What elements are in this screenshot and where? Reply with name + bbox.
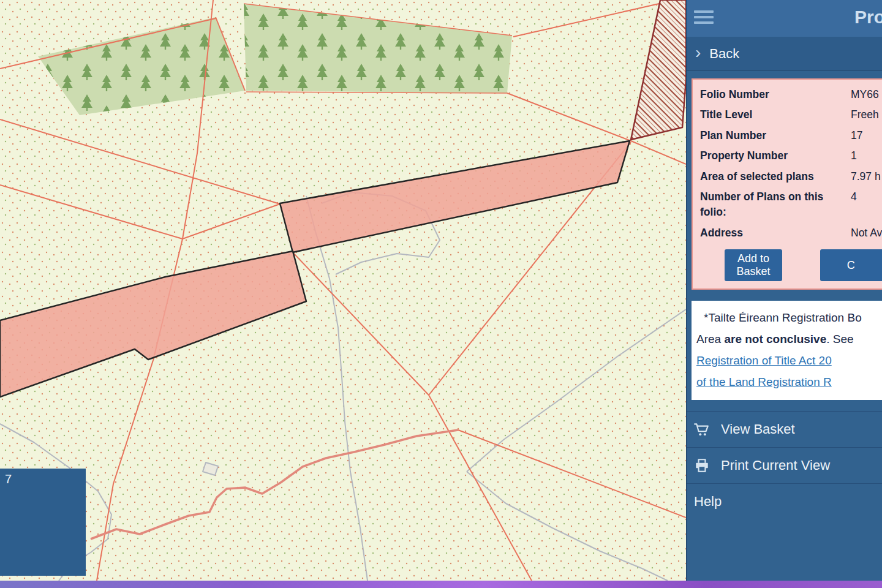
sidebar-panel: Pro › Back Folio Number MY66 Title Level… xyxy=(686,0,882,581)
folio-row-value: 1 xyxy=(851,148,857,164)
folio-row: Number of Plans on this folio: 4 xyxy=(700,189,882,221)
folio-row-label: Property Number xyxy=(700,148,846,164)
panel-title: Pro xyxy=(854,7,882,28)
menu-label: Help xyxy=(694,494,722,510)
folio-info-panel: Folio Number MY66 Title Level Freeh Plan… xyxy=(692,78,882,290)
chevron-right-icon: › xyxy=(695,44,701,61)
map-svg xyxy=(0,0,686,581)
folio-row-label: Number of Plans on this folio: xyxy=(700,189,846,221)
disclaimer-link-line-1: Registration of Title Act 20 xyxy=(696,350,882,371)
sidebar-header: Pro xyxy=(687,0,882,37)
menu-label: View Basket xyxy=(721,421,795,437)
secondary-action-button[interactable]: C xyxy=(820,249,882,281)
folio-row: Area of selected plans 7.97 h xyxy=(700,169,882,184)
disclaimer-line-2: Area are not conclusive. See xyxy=(696,328,882,350)
registration-act-link[interactable]: Registration of Title Act 20 xyxy=(696,354,832,367)
help-button[interactable]: Help xyxy=(687,483,882,519)
folio-row-label: Folio Number xyxy=(700,87,846,102)
land-registration-rules-link[interactable]: of the Land Registration R xyxy=(696,375,832,388)
folio-row: Property Number 1 xyxy=(700,148,882,164)
back-label: Back xyxy=(709,46,739,62)
folio-row: Folio Number MY66 xyxy=(700,87,882,102)
folio-row-label: Area of selected plans xyxy=(700,169,846,184)
view-basket-button[interactable]: View Basket xyxy=(687,411,882,447)
folio-row-value: 7.97 h xyxy=(851,169,881,184)
folio-row-value: Not Av xyxy=(851,225,882,241)
sidebar-menu: View Basket Print Current View Help xyxy=(687,411,882,519)
disclaimer-text: . See xyxy=(826,333,853,345)
folio-row-label: Title Level xyxy=(700,107,846,123)
folio-row-label: Plan Number xyxy=(700,128,846,143)
folio-row: Plan Number 17 xyxy=(700,128,882,143)
printer-icon xyxy=(694,458,710,473)
bottom-gradient-bar xyxy=(0,581,882,588)
add-to-basket-button[interactable]: Add to Basket xyxy=(725,249,782,281)
disclaimer-link-line-2: of the Land Registration R xyxy=(696,371,882,393)
disclaimer-text: Area xyxy=(696,333,724,345)
back-button[interactable]: › Back xyxy=(687,37,882,71)
map-info-overlay: 7 xyxy=(0,469,86,576)
folio-row-label: Address xyxy=(700,225,846,241)
menu-label: Print Current View xyxy=(721,458,830,473)
print-current-view-button[interactable]: Print Current View xyxy=(687,447,882,483)
map-canvas[interactable]: 7 xyxy=(0,0,686,581)
map-overlay-text: 7 xyxy=(5,472,12,486)
folio-row-value: 4 xyxy=(851,189,857,205)
disclaimer-box: *Tailte Éireann Registration Bo Area are… xyxy=(692,301,882,400)
folio-row: Address Not Av xyxy=(700,225,882,241)
folio-row-value: Freeh xyxy=(851,107,879,123)
basket-icon xyxy=(694,421,710,437)
folio-row-value: MY66 xyxy=(851,87,879,102)
folio-row: Title Level Freeh xyxy=(700,107,882,123)
app-window: 7 Pro › Back Folio Number MY66 Title Lev… xyxy=(0,0,882,588)
disclaimer-bold-text: are not conclusive xyxy=(724,333,826,345)
disclaimer-line-1: *Tailte Éireann Registration Bo xyxy=(696,307,882,328)
folio-row-value: 17 xyxy=(851,128,862,143)
folio-actions: Add to Basket C xyxy=(725,249,882,281)
hamburger-menu-icon[interactable] xyxy=(694,10,714,27)
